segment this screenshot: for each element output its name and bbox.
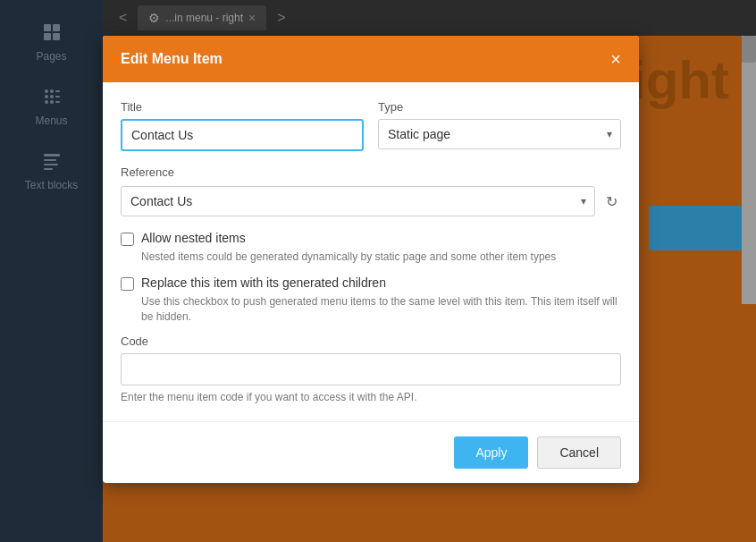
allow-nested-checkbox[interactable] (121, 233, 134, 246)
code-input[interactable] (121, 353, 621, 385)
reference-row: Contact Us ▾ ↻ (121, 186, 621, 216)
title-type-row: Title Type Static page URL Dynamic ▾ (121, 100, 621, 151)
allow-nested-group: Allow nested items Nested items could be… (121, 231, 621, 265)
title-label: Title (121, 100, 364, 114)
modal-footer: Apply Cancel (103, 421, 639, 483)
replace-children-help: Use this checkbox to push generated menu… (141, 294, 621, 325)
apply-button[interactable]: Apply (454, 436, 528, 469)
modal-title: Edit Menu Item (121, 51, 223, 67)
allow-nested-label: Allow nested items (121, 231, 621, 246)
type-group: Type Static page URL Dynamic ▾ (378, 100, 621, 151)
replace-children-label: Replace this item with its generated chi… (121, 275, 621, 291)
reference-label: Reference (121, 165, 621, 179)
replace-children-group: Replace this item with its generated chi… (121, 275, 621, 325)
type-select-wrapper: Static page URL Dynamic ▾ (378, 119, 621, 149)
allow-nested-help: Nested items could be generated dynamica… (141, 250, 621, 265)
refresh-button[interactable]: ↻ (602, 190, 621, 214)
code-section: Code Enter the menu item code if you wan… (121, 335, 621, 403)
replace-children-text: Replace this item with its generated chi… (141, 275, 386, 290)
modal-header: Edit Menu Item × (103, 36, 639, 82)
replace-children-checkbox[interactable] (121, 277, 134, 291)
type-label: Type (378, 100, 621, 114)
reference-select-wrapper: Contact Us ▾ (121, 186, 595, 216)
reference-group: Reference (121, 165, 621, 179)
title-group: Title (121, 100, 364, 151)
reference-select[interactable]: Contact Us (121, 186, 595, 216)
cancel-button[interactable]: Cancel (537, 436, 621, 469)
edit-menu-item-modal: Edit Menu Item × Title Type Static page … (103, 36, 639, 483)
allow-nested-text: Allow nested items (141, 231, 246, 245)
modal-close-button[interactable]: × (610, 50, 621, 68)
code-label: Code (121, 335, 621, 348)
modal-body: Title Type Static page URL Dynamic ▾ Ref… (103, 82, 639, 421)
code-help: Enter the menu item code if you want to … (121, 391, 621, 403)
type-select[interactable]: Static page URL Dynamic (378, 119, 621, 149)
title-input[interactable] (121, 119, 364, 151)
